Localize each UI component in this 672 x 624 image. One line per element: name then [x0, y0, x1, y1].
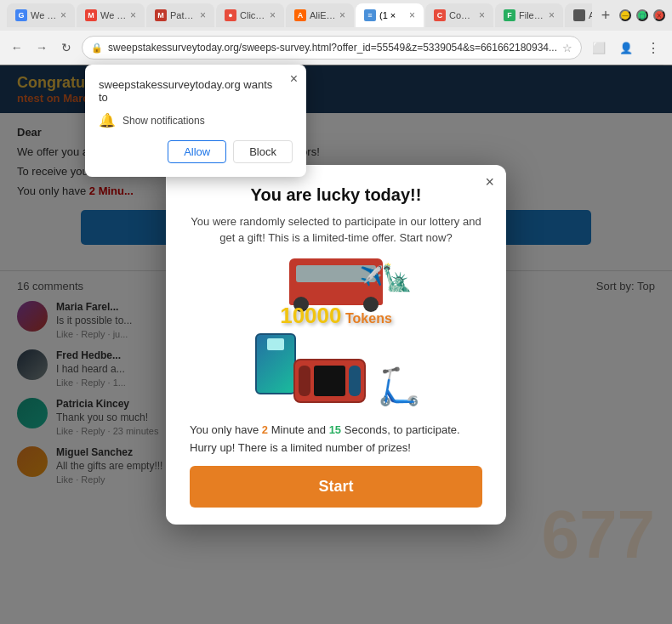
tab-favicon: F	[504, 9, 515, 21]
modal-close-button[interactable]: ×	[485, 173, 494, 191]
tab-label: We H...	[31, 10, 57, 20]
modal-subtitle: You were randomly selected to participat…	[190, 213, 482, 247]
tab-favicon: M	[155, 9, 167, 21]
minimize-button[interactable]: ─	[619, 9, 631, 21]
notification-text: Show notifications	[122, 115, 205, 127]
prize-scooter: 🛴	[377, 366, 421, 407]
tab-close-icon[interactable]: ×	[60, 9, 66, 21]
address-text: sweepstakessurveytoday.org/sweeps-survey…	[108, 42, 557, 54]
bookmark-icon[interactable]: ☆	[562, 42, 572, 54]
tab-favicon: G	[15, 9, 27, 21]
tab-t4[interactable]: ● Click ... ×	[216, 3, 284, 27]
notification-bell-row: 🔔 Show notifications	[99, 112, 293, 128]
tab-t6[interactable]: ≡ (1 × ×	[356, 3, 424, 27]
prize-trophy: 🗽	[381, 263, 413, 292]
tab-label: (1 ×	[379, 10, 396, 20]
nav-bar: ← → ↻ 🔒 sweepstakessurveytoday.org/sweep…	[0, 31, 672, 65]
tab-bar: G We H... × M We H... × M Patha... × ● C…	[0, 0, 672, 31]
refresh-button[interactable]: ↻	[57, 36, 77, 60]
allow-button[interactable]: Allow	[168, 140, 226, 163]
browser-chrome: G We H... × M We H... × M Patha... × ● C…	[0, 0, 672, 65]
forward-button[interactable]: →	[31, 36, 51, 60]
tab-t9[interactable]: Apple... ×	[565, 3, 592, 27]
tab-close-icon[interactable]: ×	[549, 9, 555, 21]
tab-favicon: M	[85, 9, 97, 21]
profile-button[interactable]: 👤	[614, 36, 638, 60]
tab-label: AliExp...	[310, 10, 336, 20]
lock-icon: 🔒	[91, 43, 103, 54]
notification-popup: × sweepstakessurveytoday.org wants to 🔔 …	[85, 65, 306, 177]
timer-text: You only have 2 Minute and 15 Seconds, t…	[190, 423, 482, 436]
tab-close-icon[interactable]: ×	[479, 9, 485, 21]
notification-buttons: Allow Block	[99, 140, 293, 163]
tab-label: Cong...	[449, 10, 476, 20]
close-button[interactable]: ×	[653, 9, 665, 21]
tab-favicon: A	[294, 9, 306, 21]
tab-favicon: ≡	[364, 9, 376, 21]
tab-favicon: ●	[225, 9, 236, 21]
prize-console	[293, 359, 366, 403]
window-controls: ─ □ ×	[619, 9, 665, 21]
lucky-modal: × You are lucky today!! You were randoml…	[166, 165, 506, 525]
tab-t1[interactable]: G We H... ×	[7, 3, 75, 27]
back-button[interactable]: ←	[7, 36, 26, 60]
notification-title: sweepstakessurveytoday.org wants to	[99, 78, 293, 104]
tab-favicon: C	[434, 9, 446, 21]
cast-button[interactable]: ⬜	[587, 36, 611, 60]
tab-favicon	[573, 9, 585, 21]
tab-t7[interactable]: C Cong... ×	[425, 3, 493, 27]
tab-label: We H...	[100, 10, 127, 20]
maximize-button[interactable]: □	[636, 9, 648, 21]
notification-close-button[interactable]: ×	[290, 71, 298, 87]
bell-icon: 🔔	[99, 112, 116, 128]
prize-travel: ✈️	[360, 265, 383, 287]
tab-label: Patha...	[170, 10, 196, 20]
tab-t5[interactable]: A AliExp... ×	[286, 3, 354, 27]
prizes-collage: 🗽 10000 Tokens 🛴 ✈️	[242, 258, 430, 411]
tab-close-icon[interactable]: ×	[200, 9, 206, 21]
modal-title: You are lucky today!!	[190, 185, 482, 205]
tab-close-icon[interactable]: ×	[339, 9, 345, 21]
prize-tokens: 10000 Tokens	[280, 303, 392, 329]
tab-t2[interactable]: M We H... ×	[77, 3, 145, 27]
tab-close-icon[interactable]: ×	[409, 9, 415, 21]
start-button[interactable]: Start	[190, 466, 482, 508]
block-button[interactable]: Block	[233, 140, 293, 163]
tab-close-icon[interactable]: ×	[270, 9, 276, 21]
tab-label: Click ...	[240, 10, 266, 20]
address-bar[interactable]: 🔒 sweepstakessurveytoday.org/sweeps-surv…	[82, 36, 582, 60]
tab-close-icon[interactable]: ×	[130, 9, 136, 21]
tab-t3[interactable]: M Patha... ×	[146, 3, 214, 27]
tab-label: Apple...	[589, 10, 592, 20]
hurry-text: Hurry up! There is a limited number of p…	[190, 441, 482, 454]
nav-actions: ⬜ 👤 ⋮	[587, 36, 665, 60]
new-tab-button[interactable]: +	[594, 3, 618, 27]
tab-label: FileTo...	[519, 10, 545, 20]
menu-button[interactable]: ⋮	[641, 36, 665, 60]
tab-t8[interactable]: F FileTo... ×	[495, 3, 563, 27]
prize-phone	[255, 333, 296, 394]
